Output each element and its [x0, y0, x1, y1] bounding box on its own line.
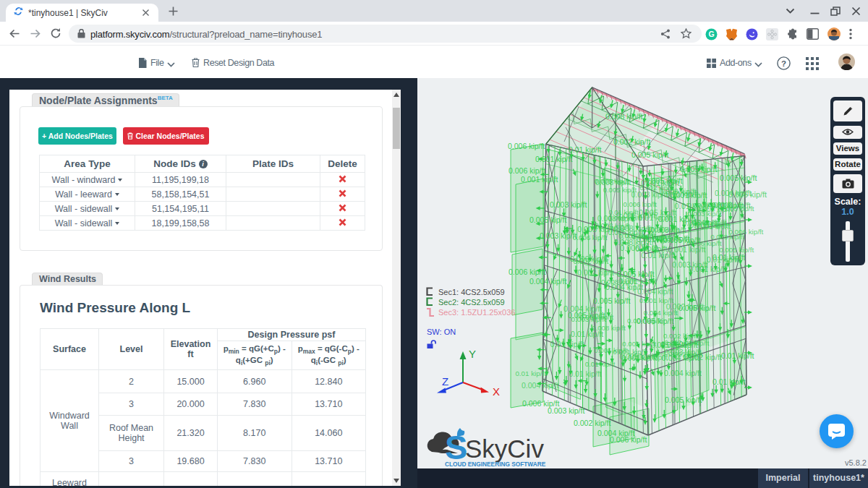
- svg-text:0.004 kip/ft: 0.004 kip/ft: [579, 313, 613, 321]
- svg-text:0.006 kip/ft: 0.006 kip/ft: [508, 142, 545, 150]
- svg-text:0.003 kip/ft: 0.003 kip/ft: [540, 231, 576, 240]
- svg-text:0.001 kip/ft: 0.001 kip/ft: [639, 296, 674, 304]
- svg-text:0.003 kip/ft: 0.003 kip/ft: [550, 200, 587, 209]
- svg-text:0.005 kip/ft: 0.005 kip/ft: [665, 395, 702, 404]
- svg-text:G: G: [708, 30, 714, 38]
- svg-text:0.001 kip/ft: 0.001 kip/ft: [621, 354, 657, 362]
- svg-text:0.01 kip/ft: 0.01 kip/ft: [585, 360, 616, 368]
- svg-text:0.002 kip/ft: 0.002 kip/ft: [577, 269, 614, 277]
- svg-text:0.004 kip/ft: 0.004 kip/ft: [627, 317, 662, 325]
- svg-text:0.01 kip/ft: 0.01 kip/ft: [721, 351, 754, 360]
- svg-text:0.01 kip/ft: 0.01 kip/ft: [550, 340, 584, 348]
- svg-text:0.002 kip/ft: 0.002 kip/ft: [639, 184, 673, 192]
- svg-text:0.005 kip/ft: 0.005 kip/ft: [720, 174, 757, 182]
- svg-text:0.001 kip/ft: 0.001 kip/ft: [521, 175, 558, 184]
- svg-text:0.01 kip/ft: 0.01 kip/ft: [712, 377, 746, 386]
- svg-text:0.008 kip/ft: 0.008 kip/ft: [592, 324, 626, 332]
- svg-text:0.003 kip/ft: 0.003 kip/ft: [631, 191, 668, 199]
- svg-text:?: ?: [781, 59, 786, 68]
- svg-text:SkyCiv: SkyCiv: [465, 435, 544, 463]
- svg-text:0.01 kip/ft: 0.01 kip/ft: [569, 370, 601, 378]
- svg-text:0.004 kip/ft: 0.004 kip/ft: [563, 304, 602, 313]
- svg-text:0.006 kip/ft: 0.006 kip/ft: [620, 244, 658, 252]
- svg-text:0.005 kip/ft: 0.005 kip/ft: [529, 215, 566, 224]
- svg-text:0.002 kip/ft: 0.002 kip/ft: [574, 419, 610, 427]
- svg-text:0.006 kip/ft: 0.006 kip/ft: [570, 254, 608, 263]
- svg-text:0.001 kip/ft: 0.001 kip/ft: [689, 265, 726, 273]
- svg-text:Z: Z: [442, 375, 448, 388]
- svg-text:0.005 kip/ft: 0.005 kip/ft: [719, 246, 754, 254]
- svg-text:CLOUD ENGINEERING SOFTWARE: CLOUD ENGINEERING SOFTWARE: [445, 461, 546, 468]
- svg-text:0.005 kip/ft: 0.005 kip/ft: [651, 341, 687, 349]
- svg-text:0.003 kip/ft: 0.003 kip/ft: [548, 406, 584, 415]
- svg-text:0.006 kip/ft: 0.006 kip/ft: [509, 166, 545, 175]
- svg-text:0.006 kip/ft: 0.006 kip/ft: [624, 200, 658, 208]
- svg-text:0.001 kip/ft: 0.001 kip/ft: [535, 155, 572, 163]
- svg-text:0.004 kip/ft: 0.004 kip/ft: [715, 189, 752, 197]
- svg-text:0.005 kip/ft: 0.005 kip/ft: [639, 208, 676, 217]
- svg-text:0.005 kip/ft: 0.005 kip/ft: [690, 221, 728, 229]
- svg-text:X: X: [493, 385, 500, 396]
- svg-text:0.001 kip/ft: 0.001 kip/ft: [668, 245, 705, 254]
- svg-text:0.005 kip/ft: 0.005 kip/ft: [680, 165, 717, 174]
- svg-text:0.004 kip/ft: 0.004 kip/ft: [664, 369, 702, 377]
- svg-text:0.006 kip/ft: 0.006 kip/ft: [573, 234, 608, 241]
- svg-text:0.01 kip/ft: 0.01 kip/ft: [515, 369, 546, 377]
- svg-text:0.006 kip/ft: 0.006 kip/ft: [509, 267, 545, 276]
- svg-text:0.01 kip/ft: 0.01 kip/ft: [569, 145, 602, 154]
- svg-text:0.004 kip/ft: 0.004 kip/ft: [522, 381, 558, 390]
- svg-text:0.005 kip/ft: 0.005 kip/ft: [631, 150, 668, 159]
- svg-text:0.005 kip/ft: 0.005 kip/ft: [594, 346, 628, 354]
- svg-text:0.005 kip/ft: 0.005 kip/ft: [593, 296, 630, 305]
- svg-text:0.004 kip/ft: 0.004 kip/ft: [637, 288, 673, 296]
- svg-text:0.01 kip/ft: 0.01 kip/ft: [571, 330, 603, 338]
- svg-text:0.006 kip/ft: 0.006 kip/ft: [610, 435, 647, 444]
- svg-text:0.001 kip/ft: 0.001 kip/ft: [618, 277, 656, 286]
- svg-text:0.001 kip/ft: 0.001 kip/ft: [637, 236, 673, 244]
- svg-text:0.004 kip/ft: 0.004 kip/ft: [529, 277, 566, 286]
- svg-text:Y: Y: [469, 348, 476, 360]
- svg-text:0.008 kip/ft: 0.008 kip/ft: [614, 224, 652, 233]
- svg-text:0.006 kip/ft: 0.006 kip/ft: [728, 228, 763, 236]
- svg-text:0.008 kip/ft: 0.008 kip/ft: [605, 112, 642, 121]
- svg-text:0.01 kip/ft: 0.01 kip/ft: [707, 256, 739, 264]
- svg-text:0.008 kip/ft: 0.008 kip/ft: [597, 214, 635, 223]
- svg-text:0.002 kip/ft: 0.002 kip/ft: [613, 137, 650, 146]
- svg-text:0.005 kip/ft: 0.005 kip/ft: [720, 205, 754, 213]
